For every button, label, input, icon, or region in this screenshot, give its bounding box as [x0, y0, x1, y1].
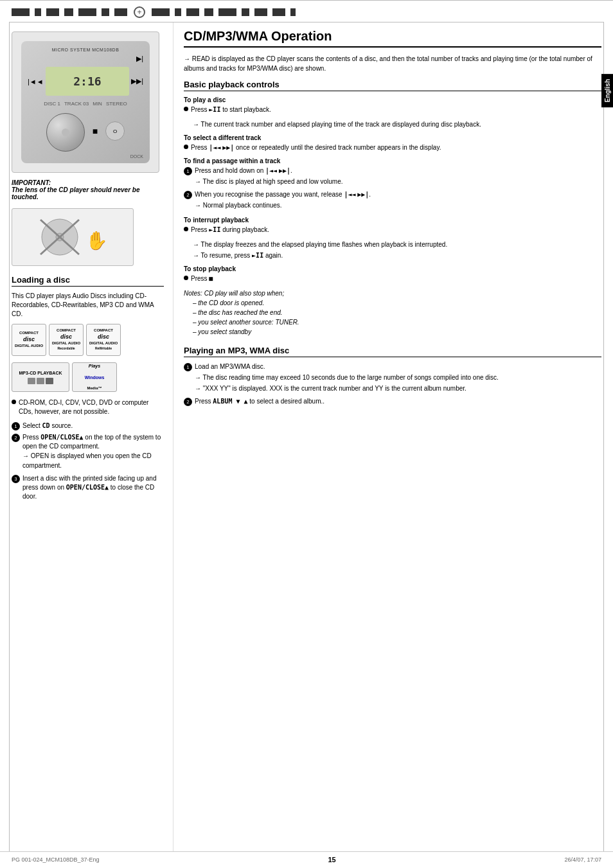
- deco-gap: [42, 8, 45, 16]
- deco-seg: [46, 8, 59, 16]
- left-column: MICRO SYSTEM MCM108DB ▶| |◄◄ 2:16 ▶▶| DI…: [0, 22, 173, 851]
- interrupt-playback-subtitle: To interrupt playback: [184, 217, 601, 224]
- compact-disc-logo-1: COMPACTdiscDIGITAL AUDIO: [12, 324, 46, 356]
- find-passage-step1-content: Press and hold down on |◄◄ ▶▶|. The disc…: [195, 166, 343, 188]
- cd-time-display: 2:16: [73, 75, 101, 88]
- deco-gap: [75, 8, 77, 16]
- mp3-step-2: 2 Press ALBUM ▼ ▲ to select a desired al…: [184, 397, 601, 406]
- deco-seg: [78, 8, 96, 16]
- mp3-step1-main: Load an MP3/WMA disc.: [195, 363, 265, 370]
- cd-dock-label: DOCK: [28, 154, 143, 159]
- cd-player-inner: MICRO SYSTEM MCM108DB ▶| |◄◄ 2:16 ▶▶| DI…: [21, 41, 150, 163]
- deco-seg: [242, 8, 249, 16]
- loading-step-2-text: Press OPEN/CLOSE▲ on the top of the syst…: [22, 433, 164, 472]
- step2-arrow1: OPEN is displayed when you open the CD c…: [22, 451, 164, 470]
- svg-text:✋: ✋: [85, 230, 108, 251]
- page-number: 15: [328, 856, 335, 864]
- loading-step-2: 2 Press OPEN/CLOSE▲ on the top of the sy…: [12, 433, 164, 472]
- cd-volume-knob: O: [105, 121, 125, 141]
- compact-disc-logo-2: COMPACTdiscDIGITAL AUDIORecordable: [49, 324, 84, 356]
- deco-seg: [114, 8, 127, 16]
- cd-disc: [46, 113, 85, 152]
- stop-playback-list: Press ■: [184, 274, 601, 283]
- find-passage-step1: 1 Press and hold down on |◄◄ ▶▶|. The di…: [184, 166, 601, 188]
- note-4: you select standby: [193, 328, 251, 335]
- deco-gap: [200, 8, 203, 16]
- media-logos-row: MP3-CD PLAYBACK Plays Windows Media™: [12, 362, 164, 392]
- select-track-text: Press |◄◄ ▶▶| once or repeatedly until t…: [191, 143, 441, 152]
- playing-mp3-title: Playing an MP3, WMA disc: [184, 346, 601, 357]
- deco-seg: [272, 8, 285, 16]
- cd-next-icon: ▶▶|: [131, 77, 143, 85]
- deco-gap: [238, 8, 240, 16]
- bullet-icon: [12, 400, 16, 404]
- cd-skip-forward-icon: ▶|: [136, 55, 143, 63]
- language-tab: English: [601, 74, 613, 107]
- bullet-icon: [184, 276, 188, 280]
- bottom-deco-row: PG 001-024_MCM108DB_37-Eng 15 26/4/07, 1…: [12, 856, 601, 864]
- find-passage-arrow2: Normal playback continues.: [195, 200, 371, 210]
- cd-note-list: CD-ROM, CD-I, CDV, VCD, DVD or computer …: [12, 398, 164, 416]
- mp3-logo: MP3-CD PLAYBACK: [12, 362, 69, 392]
- find-passage-step2-content: When you recognise the passage you want,…: [195, 190, 371, 211]
- compact-disc-logo-3: COMPACTdiscDIGITAL AUDIOReWritable: [86, 324, 121, 356]
- loading-step-3-text: Insert a disc with the printed side faci…: [22, 474, 164, 501]
- deco-seg: [12, 8, 30, 16]
- footer-date: 26/4/07, 17:07: [564, 856, 601, 863]
- find-passage-step2: 2 When you recognise the passage you wan…: [184, 190, 601, 211]
- find-passage-arrow1: The disc is played at high speed and low…: [195, 177, 343, 186]
- interrupt-playback-list: Press ►II during playback.: [184, 226, 601, 235]
- loading-disc-title: Loading a disc: [12, 275, 164, 287]
- find-step-num-2: 2: [184, 191, 192, 199]
- page-title: CD/MP3/WMA Operation: [184, 29, 601, 48]
- mp3-step1-arrow1: The disc reading time may exceed 10 seco…: [195, 373, 499, 382]
- footer-left-text: PG 001-024_MCM108DB_37-Eng: [12, 856, 100, 863]
- press-during-playback-text: during playback.: [222, 226, 269, 233]
- interrupt-step1-text: Press ►II during playback.: [191, 226, 269, 235]
- intro-text: → READ is displayed as the CD player sca…: [184, 54, 601, 73]
- select-track-step1: Press |◄◄ ▶▶| once or repeatedly until t…: [184, 143, 601, 152]
- loading-disc-description: This CD player plays Audio Discs includi…: [12, 292, 164, 319]
- bullet-icon: [184, 145, 188, 149]
- interrupt-arrow2: To resume, press ►II again.: [193, 251, 601, 260]
- loading-step-1-text: Select CD source.: [22, 421, 73, 430]
- loading-steps-list: 1 Select CD source. 2 Press OPEN/CLOSE▲ …: [12, 421, 164, 501]
- find-passage-subtitle: To find a passage within a track: [184, 157, 601, 164]
- deco-seg: [186, 8, 199, 16]
- play-disc-arrow1: The current track number and elapsed pla…: [193, 120, 601, 129]
- bottom-bar: PG 001-024_MCM108DB_37-Eng 15 26/4/07, 1…: [0, 851, 613, 867]
- step-number-1: 1: [12, 422, 20, 430]
- deco-gap: [98, 8, 100, 16]
- stop-step1: Press ■: [184, 274, 601, 283]
- play-disc-step1: Press ►II to start playback.: [184, 105, 601, 114]
- bullet-icon: [184, 107, 188, 111]
- center-crosshair-icon: [134, 6, 145, 18]
- cd-disc-inner: [62, 128, 69, 136]
- mp3-step-num-2: 2: [184, 398, 192, 406]
- cd-title-bar: MICRO SYSTEM MCM108DB: [52, 48, 120, 52]
- deco-gap: [269, 8, 271, 16]
- deco-gap: [215, 8, 217, 16]
- deco-seg: [175, 8, 181, 16]
- deco-seg: [102, 8, 109, 16]
- stop-playback-subtitle: To stop playback: [184, 265, 601, 272]
- important-body: The lens of the CD player should never b…: [12, 186, 164, 200]
- notes-title: Notes: CD play will also stop when;: [184, 290, 284, 297]
- cd-display: 2:16: [46, 67, 129, 96]
- basic-playback-title: Basic playback controls: [184, 80, 601, 91]
- note-2: the disc has reached the end.: [193, 309, 283, 316]
- loading-step-3: 3 Insert a disc with the printed side fa…: [12, 474, 164, 501]
- step-number-2: 2: [12, 434, 20, 442]
- find-step-num-1: 1: [184, 167, 192, 175]
- cd-prev-icon: |◄◄: [28, 78, 44, 85]
- right-column: English CD/MP3/WMA Operation → READ is d…: [173, 22, 613, 851]
- deco-seg: [290, 8, 296, 16]
- cd-note-text: CD-ROM, CD-I, CDV, VCD, DVD or computer …: [19, 398, 164, 416]
- deco-gap: [60, 8, 63, 16]
- important-note: IMPORTANT: The lens of the CD player sho…: [12, 179, 164, 200]
- note-3: you select another source: TUNER.: [193, 319, 299, 326]
- note-1: the CD door is opened.: [193, 299, 264, 306]
- deco-seg: [254, 8, 267, 16]
- deco-gap: [251, 8, 253, 16]
- play-disc-step1-text: Press ►II to start playback.: [191, 105, 271, 114]
